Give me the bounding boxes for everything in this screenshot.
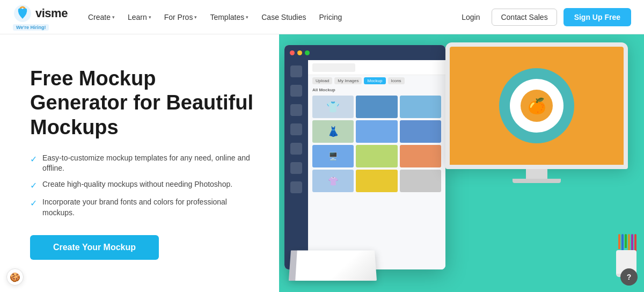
imac-stand-neck xyxy=(526,169,547,179)
sidebar-icon xyxy=(290,143,302,155)
nav-item-casestudies[interactable]: Case Studies xyxy=(256,10,311,25)
nav-item-forpros[interactable]: For Pros ▾ xyxy=(159,10,203,25)
mock-content: Upload My Images Mockup Icons All Mockup… xyxy=(308,60,445,269)
imac-stand-base xyxy=(513,179,561,183)
logo[interactable]: visme xyxy=(13,4,68,23)
hero-illustration: Upload My Images Mockup Icons All Mockup… xyxy=(279,34,644,292)
imac-circle-inner: 🍊 xyxy=(510,79,564,133)
open-book xyxy=(289,251,377,281)
check-icon: ✓ xyxy=(30,180,37,192)
hero-features-list: ✓ Easy-to-customize mockup templates for… xyxy=(30,153,253,218)
hero-content: Free Mockup Generator for Beautiful Mock… xyxy=(0,34,279,292)
imac-circle-outer: 🍊 xyxy=(499,68,574,143)
mock-tab-icons[interactable]: Icons xyxy=(388,77,405,84)
mock-thumbnail: 👚 xyxy=(312,170,354,192)
mock-thumbnail: 👗 xyxy=(312,120,354,143)
list-item: ✓ Create high-quality mockups without ne… xyxy=(30,179,253,192)
mock-tab-mockup[interactable]: Mockup xyxy=(364,77,385,84)
chevron-down-icon: ▾ xyxy=(194,14,197,20)
mock-tab-myimages[interactable]: My Images xyxy=(334,77,362,84)
mock-ui-window: Upload My Images Mockup Icons All Mockup… xyxy=(284,45,445,269)
contact-sales-button[interactable]: Contact Sales xyxy=(492,9,557,26)
mock-thumbnail xyxy=(400,170,441,192)
sidebar-icon xyxy=(290,65,302,77)
mock-thumbnail xyxy=(400,145,441,167)
chevron-down-icon: ▾ xyxy=(149,14,151,20)
nav-item-templates[interactable]: Templates ▾ xyxy=(204,10,254,25)
window-maximize-dot xyxy=(305,50,310,55)
chevron-down-icon: ▾ xyxy=(112,14,115,20)
mock-inner: Upload My Images Mockup Icons All Mockup… xyxy=(284,60,445,269)
nav-item-create[interactable]: Create ▾ xyxy=(83,10,120,25)
pencil xyxy=(631,234,633,250)
logo-text: visme xyxy=(35,6,68,20)
pencil xyxy=(621,234,624,252)
check-icon: ✓ xyxy=(30,154,37,165)
hiring-badge: We're Hiring! xyxy=(13,24,49,31)
pencil xyxy=(625,234,627,248)
mock-tabs: Upload My Images Mockup Icons xyxy=(308,75,445,86)
list-item: ✓ Easy-to-customize mockup templates for… xyxy=(30,153,253,174)
signup-button[interactable]: Sign Up Free xyxy=(564,8,631,26)
nav-item-pricing[interactable]: Pricing xyxy=(314,10,348,25)
mock-search-bar xyxy=(312,63,355,72)
mock-titlebar xyxy=(284,45,445,60)
mock-toolbar xyxy=(308,60,445,75)
window-close-dot xyxy=(290,50,295,55)
sidebar-icon xyxy=(290,85,302,97)
imac-illustration: 🍊 xyxy=(445,42,628,183)
mock-thumbnail xyxy=(356,120,397,143)
cookie-consent-icon[interactable]: 🍪 xyxy=(6,268,24,286)
nav-links: Create ▾ Learn ▾ For Pros ▾ Templates ▾ … xyxy=(83,10,456,25)
hero-title: Free Mockup Generator for Beautiful Mock… xyxy=(30,67,253,140)
chevron-down-icon: ▾ xyxy=(246,14,248,20)
hero-section: Free Mockup Generator for Beautiful Mock… xyxy=(0,34,644,292)
check-icon: ✓ xyxy=(30,198,37,209)
book-cover xyxy=(289,251,377,281)
sidebar-icon xyxy=(290,104,302,116)
nav-right: Login Contact Sales Sign Up Free xyxy=(456,8,631,26)
mock-thumbnail xyxy=(400,120,441,143)
mock-thumbnail xyxy=(356,96,397,118)
imac-screen: 🍊 xyxy=(445,42,628,169)
sidebar-icon xyxy=(290,181,302,193)
imac-circle-core: 🍊 xyxy=(521,90,553,122)
pencil xyxy=(628,234,630,251)
imac-display: 🍊 xyxy=(450,47,624,165)
help-icon[interactable]: ? xyxy=(620,268,638,286)
login-button[interactable]: Login xyxy=(456,10,485,25)
create-mockup-button[interactable]: Create Your Mockup xyxy=(30,235,159,260)
list-item: ✓ Incorporate your brand fonts and color… xyxy=(30,197,253,218)
navbar: visme We're Hiring! Create ▾ Learn ▾ For… xyxy=(0,0,644,34)
mock-thumbnail xyxy=(356,145,397,167)
sidebar-icon xyxy=(290,123,302,135)
nav-item-learn[interactable]: Learn ▾ xyxy=(122,10,157,25)
window-minimize-dot xyxy=(297,50,302,55)
mock-section-label: All Mockup xyxy=(308,86,445,93)
mock-thumbnail: 👕 xyxy=(312,96,354,118)
logo-area: visme We're Hiring! xyxy=(13,4,68,31)
mock-thumbnail: 🖥️ xyxy=(312,145,354,167)
pencil xyxy=(618,234,620,249)
mock-tab-upload[interactable]: Upload xyxy=(312,77,332,84)
mock-thumbnail xyxy=(400,96,441,118)
mock-sidebar xyxy=(284,60,308,269)
sidebar-icon xyxy=(290,162,302,174)
mock-thumbnail xyxy=(356,170,397,192)
visme-logo-icon xyxy=(13,4,32,23)
mock-thumbnails-grid: 👕 👗 xyxy=(308,93,445,194)
fruit-icon: 🍊 xyxy=(528,97,546,115)
